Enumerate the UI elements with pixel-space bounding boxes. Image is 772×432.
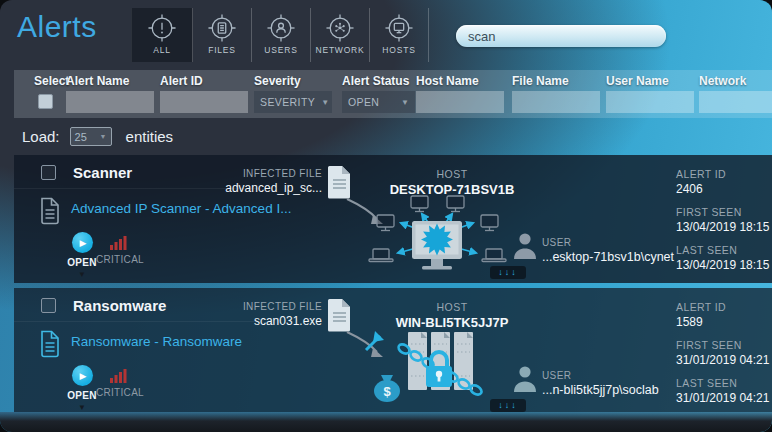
- user-block: USER ...esktop-71bsv1b\cynet: [542, 237, 674, 264]
- row-checkbox[interactable]: [41, 298, 56, 313]
- filter-label-alert-id: Alert ID: [160, 74, 203, 88]
- filter-select-severity[interactable]: SEVERITY ▼: [254, 91, 332, 113]
- alert-title: Scanner: [73, 164, 132, 181]
- host-label: HOST: [372, 168, 532, 180]
- alert-meta: ALERT ID 2406 FIRST SEEN 13/04/2019 18:1…: [676, 168, 770, 272]
- alert-link[interactable]: Ransomware - Ransomware: [71, 334, 242, 349]
- user-icon: [512, 231, 538, 261]
- bottom-strip: [0, 412, 772, 432]
- host-label: HOST: [372, 301, 532, 313]
- filter-label-select: Select: [34, 74, 69, 88]
- filter-input-alert-id[interactable]: [160, 91, 248, 113]
- chevron-down-icon: ▼: [401, 98, 409, 107]
- filter-input-alert-name[interactable]: [66, 91, 154, 113]
- load-count-value: 25: [75, 131, 87, 143]
- last-seen-label: LAST SEEN: [676, 244, 770, 256]
- select-all-checkbox[interactable]: [38, 94, 53, 109]
- severity-select-value: SEVERITY: [260, 96, 315, 108]
- tab-label: FILES: [208, 45, 236, 55]
- chevron-down-icon: ▼: [321, 98, 329, 107]
- severity-badge: CRITICAL: [96, 369, 140, 398]
- alert-title: Ransomware: [73, 297, 166, 314]
- filter-bar: Select Alert Name Alert ID Severity SEVE…: [14, 70, 772, 118]
- critical-severity-icon: [110, 369, 127, 383]
- svg-text:$: $: [383, 384, 391, 399]
- filter-input-file-name[interactable]: [512, 91, 600, 113]
- crosshair-user-icon: [267, 14, 295, 42]
- severity-label: CRITICAL: [96, 254, 140, 265]
- alerts-window: Alerts ALL FILES: [0, 0, 772, 432]
- crosshair-file-icon: [208, 14, 236, 42]
- first-seen-label: FIRST SEEN: [676, 339, 770, 351]
- infected-file-label: INFECTED FILE: [210, 168, 322, 179]
- user-block: USER ...n-bli5tk5jj7p\soclab: [542, 370, 659, 397]
- host-block: HOST DESKTOP-71BSV1B: [372, 168, 532, 197]
- user-name: ...esktop-71bsv1b\cynet: [542, 250, 674, 264]
- open-status-icon: ▶: [72, 365, 93, 386]
- filter-input-user-name[interactable]: [606, 91, 694, 113]
- alert-row-scanner: Scanner Advanced IP Scanner - Advanced I…: [14, 155, 772, 283]
- alert-id-value: 2406: [676, 182, 770, 196]
- alert-row-ransomware: Ransomware Ransomware - Ransomware ▶ OPE…: [14, 288, 772, 412]
- page-title: Alerts: [17, 10, 97, 44]
- alert-type-document-icon: [39, 330, 61, 358]
- search-input[interactable]: [456, 25, 666, 47]
- tab-all[interactable]: ALL: [131, 8, 193, 62]
- tab-label: USERS: [264, 45, 297, 55]
- infected-file-icon: [326, 165, 352, 199]
- infected-file-name: advanced_ip_sc...: [210, 181, 322, 195]
- severity-label: CRITICAL: [96, 387, 140, 398]
- crosshair-network-icon: [326, 14, 354, 42]
- user-label: USER: [542, 370, 659, 381]
- alert-meta: ALERT ID 1589 FIRST SEEN 31/01/2019 04:2…: [676, 301, 770, 405]
- alert-id-value: 1589: [676, 315, 770, 329]
- critical-severity-icon: [110, 236, 127, 250]
- tab-network[interactable]: NETWORK: [311, 8, 370, 62]
- expand-arrows-button[interactable]: ↓↓↓: [490, 399, 526, 412]
- alert-id-label: ALERT ID: [676, 301, 770, 313]
- tab-users[interactable]: USERS: [252, 8, 311, 62]
- filter-label-alert-name: Alert Name: [66, 74, 129, 88]
- filter-label-network: Network: [699, 74, 746, 88]
- tab-bar: ALL FILES USERS: [131, 8, 429, 62]
- filter-input-host-name[interactable]: [416, 91, 504, 113]
- filter-label-host-name: Host Name: [416, 74, 479, 88]
- filter-label-severity: Severity: [254, 74, 301, 88]
- open-status-icon: ▶: [72, 232, 93, 253]
- alert-link[interactable]: Advanced IP Scanner - Advanced I...: [71, 201, 291, 216]
- user-label: USER: [542, 237, 674, 248]
- infected-file-icon: [326, 298, 352, 332]
- infected-file-label: INFECTED FILE: [210, 301, 322, 312]
- alert-status-select-value: OPEN: [348, 96, 379, 108]
- chevron-down-icon: ▼: [100, 133, 107, 140]
- first-seen-label: FIRST SEEN: [676, 206, 770, 218]
- tab-label: NETWORK: [315, 45, 364, 55]
- row-checkbox[interactable]: [41, 165, 56, 180]
- infected-file-block: INFECTED FILE advanced_ip_sc...: [210, 168, 322, 195]
- header: Alerts ALL FILES: [0, 0, 772, 62]
- status-caret-icon: ▼: [62, 270, 102, 279]
- alert-id-label: ALERT ID: [676, 168, 770, 180]
- user-icon: [512, 364, 538, 394]
- alert-type-document-icon: [39, 197, 61, 225]
- infected-file-name: scan031.exe: [210, 314, 322, 328]
- tab-hosts[interactable]: HOSTS: [370, 8, 429, 62]
- last-seen-value: 13/04/2019 18:15: [676, 258, 770, 272]
- tab-label: ALL: [153, 45, 171, 55]
- tab-files[interactable]: FILES: [193, 8, 252, 62]
- filter-label-alert-status: Alert Status: [342, 74, 409, 88]
- load-suffix: entities: [126, 128, 174, 145]
- last-seen-value: 31/01/2019 04:21: [676, 391, 770, 405]
- filter-input-network[interactable]: [699, 91, 772, 113]
- filter-select-alert-status[interactable]: OPEN ▼: [342, 91, 415, 113]
- crosshair-alert-icon: [148, 14, 176, 42]
- load-row: Load: 25 ▼ entities: [0, 118, 772, 155]
- severity-badge: CRITICAL: [96, 236, 140, 265]
- infected-file-block: INFECTED FILE scan031.exe: [210, 301, 322, 328]
- user-name: ...n-bli5tk5jj7p\soclab: [542, 383, 659, 397]
- status-caret-icon: ▼: [62, 403, 102, 412]
- load-count-select[interactable]: 25 ▼: [70, 127, 112, 146]
- tab-label: HOSTS: [382, 45, 415, 55]
- expand-arrows-button[interactable]: ↓↓↓: [490, 266, 526, 279]
- load-label: Load:: [22, 128, 60, 145]
